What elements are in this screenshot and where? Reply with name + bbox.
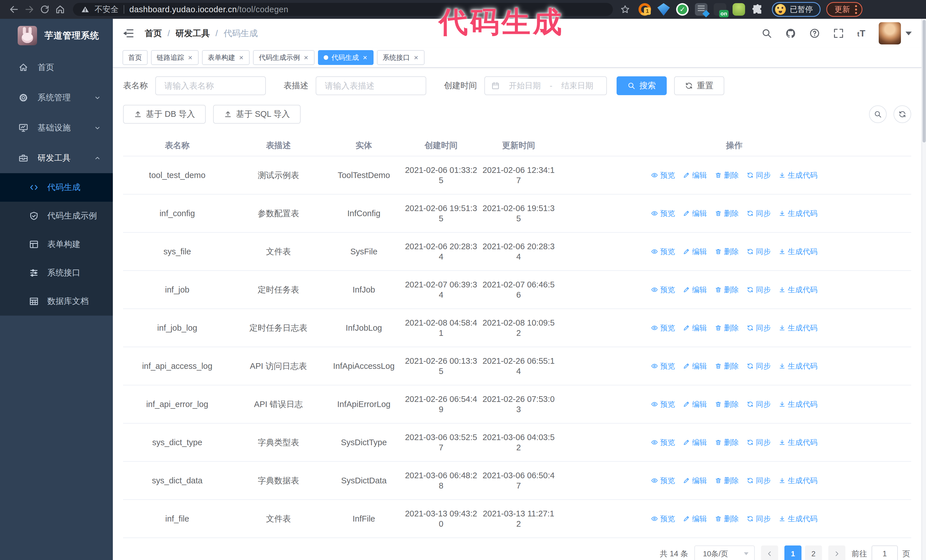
breadcrumb-dev-tools[interactable]: 研发工具 bbox=[176, 28, 210, 39]
next-page-button[interactable] bbox=[828, 545, 845, 560]
extension-check-icon[interactable] bbox=[676, 3, 688, 16]
action-生成代码[interactable]: 生成代码 bbox=[779, 323, 817, 333]
sidebar-item-code-generation[interactable]: 代码生成 bbox=[0, 173, 113, 202]
search-icon[interactable] bbox=[761, 28, 772, 39]
action-生成代码[interactable]: 生成代码 bbox=[779, 246, 817, 257]
action-同步[interactable]: 同步 bbox=[747, 437, 771, 447]
action-生成代码[interactable]: 生成代码 bbox=[779, 399, 817, 409]
action-删除[interactable]: 删除 bbox=[715, 170, 739, 180]
window-scrollbar[interactable] bbox=[921, 19, 926, 560]
action-预览[interactable]: 预览 bbox=[651, 361, 675, 371]
sidebar-item-system-api[interactable]: 系统接口 bbox=[0, 259, 113, 287]
browser-back-icon[interactable] bbox=[6, 2, 22, 17]
fullscreen-icon[interactable] bbox=[833, 28, 844, 39]
action-删除[interactable]: 删除 bbox=[715, 361, 739, 371]
action-编辑[interactable]: 编辑 bbox=[683, 399, 707, 409]
browser-forward-icon[interactable] bbox=[22, 2, 37, 17]
action-删除[interactable]: 删除 bbox=[715, 513, 739, 524]
avatar[interactable] bbox=[879, 22, 901, 44]
action-预览[interactable]: 预览 bbox=[651, 399, 675, 409]
browser-update-button[interactable]: 更新 bbox=[826, 2, 862, 17]
tab-代码生成示例[interactable]: 代码生成示例× bbox=[253, 50, 314, 65]
page-button-2[interactable]: 2 bbox=[805, 545, 822, 560]
sidebar-item-home[interactable]: 首页 bbox=[0, 53, 113, 83]
tab-表单构建[interactable]: 表单构建× bbox=[202, 50, 250, 65]
action-预览[interactable]: 预览 bbox=[651, 246, 675, 257]
action-编辑[interactable]: 编辑 bbox=[683, 437, 707, 447]
toggle-search-button[interactable] bbox=[869, 106, 887, 123]
browser-profile-badge[interactable]: 已暂停 bbox=[772, 2, 820, 17]
action-生成代码[interactable]: 生成代码 bbox=[779, 475, 817, 486]
action-生成代码[interactable]: 生成代码 bbox=[779, 437, 817, 447]
tab-close-icon[interactable]: × bbox=[188, 54, 193, 61]
action-预览[interactable]: 预览 bbox=[651, 323, 675, 333]
action-编辑[interactable]: 编辑 bbox=[683, 246, 707, 257]
action-删除[interactable]: 删除 bbox=[715, 323, 739, 333]
user-menu[interactable] bbox=[879, 22, 912, 44]
action-同步[interactable]: 同步 bbox=[747, 475, 771, 486]
extension-grid-icon[interactable] bbox=[695, 3, 707, 16]
import-sql-button[interactable]: 基于 SQL 导入 bbox=[213, 105, 301, 124]
extension-switch-icon[interactable]: on bbox=[714, 3, 726, 16]
tab-close-icon[interactable]: × bbox=[413, 54, 419, 61]
action-预览[interactable]: 预览 bbox=[651, 437, 675, 447]
tab-首页[interactable]: 首页 bbox=[123, 50, 148, 65]
action-编辑[interactable]: 编辑 bbox=[683, 513, 707, 524]
action-删除[interactable]: 删除 bbox=[715, 437, 739, 447]
bookmark-star-icon[interactable] bbox=[620, 5, 630, 14]
extension-green-icon[interactable] bbox=[732, 3, 745, 16]
search-button[interactable]: 搜索 bbox=[617, 76, 667, 95]
action-删除[interactable]: 删除 bbox=[715, 475, 739, 486]
action-生成代码[interactable]: 生成代码 bbox=[779, 285, 817, 295]
sidebar-item-form-builder[interactable]: 表单构建 bbox=[0, 230, 113, 259]
breadcrumb-home[interactable]: 首页 bbox=[145, 28, 162, 39]
prev-page-button[interactable] bbox=[761, 545, 778, 560]
action-删除[interactable]: 删除 bbox=[715, 208, 739, 219]
action-同步[interactable]: 同步 bbox=[747, 208, 771, 219]
import-db-button[interactable]: 基于 DB 导入 bbox=[123, 105, 206, 124]
action-删除[interactable]: 删除 bbox=[715, 399, 739, 409]
sidebar-item-codegen-example[interactable]: 代码生成示例 bbox=[0, 202, 113, 230]
action-同步[interactable]: 同步 bbox=[747, 361, 771, 371]
action-同步[interactable]: 同步 bbox=[747, 513, 771, 524]
end-date-placeholder[interactable]: 结束日期 bbox=[555, 80, 600, 91]
tab-close-icon[interactable]: × bbox=[303, 54, 309, 61]
action-同步[interactable]: 同步 bbox=[747, 170, 771, 180]
reset-button[interactable]: 重置 bbox=[674, 76, 724, 95]
hamburger-icon[interactable] bbox=[123, 27, 135, 39]
github-icon[interactable] bbox=[785, 28, 796, 39]
action-生成代码[interactable]: 生成代码 bbox=[779, 170, 817, 180]
action-编辑[interactable]: 编辑 bbox=[683, 323, 707, 333]
sidebar-item-db-docs[interactable]: 数据库文档 bbox=[0, 287, 113, 315]
page-button-1[interactable]: 1 bbox=[784, 545, 802, 560]
font-size-icon[interactable]: tT bbox=[857, 28, 865, 39]
extension-gem-icon[interactable] bbox=[657, 3, 670, 16]
action-生成代码[interactable]: 生成代码 bbox=[779, 361, 817, 371]
table-desc-input[interactable] bbox=[316, 76, 426, 95]
table-name-input[interactable] bbox=[155, 76, 266, 95]
tab-系统接口[interactable]: 系统接口× bbox=[377, 50, 425, 65]
action-预览[interactable]: 预览 bbox=[651, 475, 675, 486]
action-同步[interactable]: 同步 bbox=[747, 285, 771, 295]
help-icon[interactable] bbox=[809, 28, 820, 39]
action-预览[interactable]: 预览 bbox=[651, 170, 675, 180]
action-预览[interactable]: 预览 bbox=[651, 208, 675, 219]
action-删除[interactable]: 删除 bbox=[715, 285, 739, 295]
action-生成代码[interactable]: 生成代码 bbox=[779, 513, 817, 524]
action-删除[interactable]: 删除 bbox=[715, 246, 739, 257]
sidebar-item-system-management[interactable]: 系统管理 bbox=[0, 83, 113, 113]
browser-home-icon[interactable] bbox=[53, 2, 68, 17]
action-同步[interactable]: 同步 bbox=[747, 323, 771, 333]
refresh-table-button[interactable] bbox=[894, 106, 911, 123]
goto-page-input[interactable] bbox=[872, 545, 898, 560]
action-预览[interactable]: 预览 bbox=[651, 513, 675, 524]
sidebar-item-infrastructure[interactable]: 基础设施 bbox=[0, 113, 113, 143]
tab-close-icon[interactable]: × bbox=[239, 54, 244, 61]
security-warning-icon[interactable] bbox=[81, 5, 89, 14]
action-生成代码[interactable]: 生成代码 bbox=[779, 208, 817, 219]
action-编辑[interactable]: 编辑 bbox=[683, 170, 707, 180]
action-编辑[interactable]: 编辑 bbox=[683, 208, 707, 219]
extension-orange-icon[interactable]: 1 bbox=[639, 3, 651, 16]
action-同步[interactable]: 同步 bbox=[747, 399, 771, 409]
action-编辑[interactable]: 编辑 bbox=[683, 475, 707, 486]
